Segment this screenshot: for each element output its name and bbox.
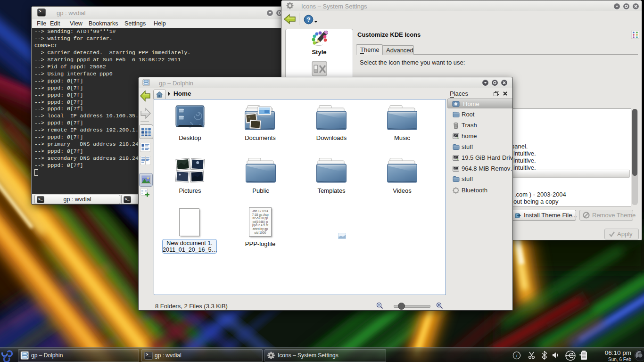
svg-text:?: ?: [307, 16, 311, 23]
svg-text:i: i: [516, 353, 517, 358]
